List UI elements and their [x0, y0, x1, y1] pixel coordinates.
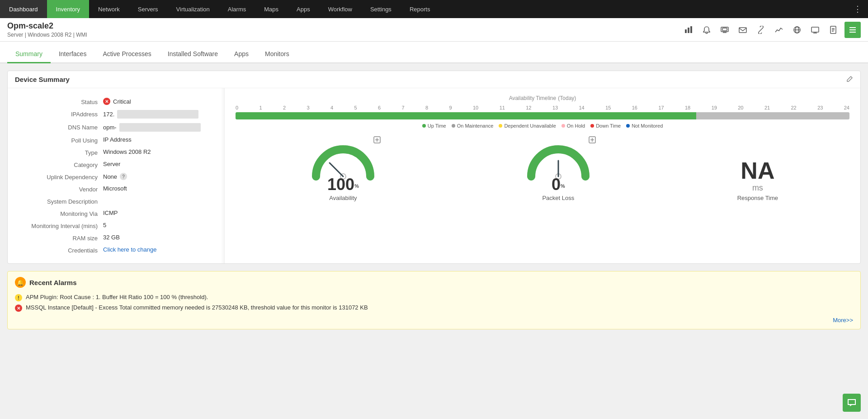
- tab-bar: Summary Interfaces Active Processes Inst…: [0, 42, 868, 63]
- uplink-row: Uplink Dependency None ?: [8, 171, 224, 183]
- alarms-header: 🔔 Recent Alarms: [15, 277, 853, 288]
- response-time-label: Response Time: [737, 195, 778, 201]
- summary-card-header: Device Summary: [8, 71, 860, 88]
- dns-field[interactable]: [119, 123, 201, 132]
- nav-item-alarms[interactable]: Alarms: [219, 0, 255, 18]
- ip-field[interactable]: [117, 110, 198, 119]
- ram-label: RAM size: [15, 234, 103, 242]
- nav-more-button[interactable]: ⋮: [847, 0, 868, 18]
- tab-monitors[interactable]: Monitors: [257, 46, 297, 63]
- remote-icon-btn[interactable]: [808, 23, 822, 37]
- interval-label: Monitoring Interval (mins): [15, 222, 103, 229]
- email-icon-btn[interactable]: [736, 23, 750, 37]
- nav-item-apps[interactable]: Apps: [288, 0, 319, 18]
- vm-icon-btn[interactable]: [718, 23, 731, 37]
- tab-interfaces[interactable]: Interfaces: [51, 46, 94, 63]
- vm-icon: [721, 26, 729, 34]
- ram-row: RAM size 32 GB: [8, 232, 224, 244]
- alarms-title: Recent Alarms: [29, 279, 77, 286]
- timeline-title: Availability Timeline (Today): [236, 94, 849, 101]
- ip-label: IPAddress: [15, 110, 103, 118]
- gauge-packet-loss-icon[interactable]: [588, 136, 596, 146]
- globe-icon-btn[interactable]: [790, 23, 804, 37]
- alarm-text-1: APM Plugin: Root Cause : 1. Buffer Hit R…: [26, 294, 208, 300]
- more-link[interactable]: More>>: [15, 317, 853, 324]
- nav-item-reports[interactable]: Reports: [401, 0, 439, 18]
- gauges-row: 100% Availability: [236, 136, 849, 201]
- monitoring-value: ICMP: [103, 210, 118, 216]
- availability-unit: %: [354, 183, 359, 189]
- link-icon: [757, 26, 765, 34]
- dns-row: DNS Name opm-: [8, 121, 224, 134]
- timeline-legend: Up Time On Maintenance Dependent Unavail…: [236, 123, 849, 129]
- bell-icon: [703, 26, 711, 34]
- status-label: Status: [15, 98, 103, 105]
- category-label: Category: [15, 161, 103, 168]
- link-icon-btn[interactable]: [754, 23, 768, 37]
- credentials-link[interactable]: Click here to change: [103, 246, 157, 253]
- tab-apps[interactable]: Apps: [226, 46, 257, 63]
- legend-notmonitored: Not Monitored: [626, 123, 663, 129]
- packet-loss-unit: %: [561, 183, 565, 189]
- edit-button[interactable]: [847, 76, 853, 83]
- response-time-value: NA: [741, 159, 774, 182]
- nav-item-inventory[interactable]: Inventory: [47, 0, 89, 18]
- report-icon: [829, 26, 837, 34]
- uplink-value: None ?: [103, 173, 127, 180]
- graph-icon: [775, 26, 783, 34]
- legend-dot-dependent: [499, 124, 502, 128]
- status-text: Critical: [113, 98, 131, 105]
- device-header: Opm-scale2 Server | Windows 2008 R2 | WM…: [0, 18, 868, 42]
- hamburger-icon: [849, 26, 857, 34]
- category-value: Server: [103, 161, 120, 167]
- gauge-availability-icon[interactable]: [373, 136, 381, 146]
- legend-onhold: On Hold: [561, 123, 585, 129]
- tab-installed-software[interactable]: Installed Software: [160, 46, 226, 63]
- vendor-row: Vendor Microsoft: [8, 183, 224, 195]
- nav-item-dashboard[interactable]: Dashboard: [0, 0, 47, 18]
- chart-icon-btn[interactable]: [682, 23, 695, 37]
- summary-card-title: Device Summary: [15, 76, 70, 83]
- nav-item-virtualization[interactable]: Virtualization: [167, 0, 219, 18]
- svg-rect-1: [688, 28, 689, 33]
- nav-item-settings[interactable]: Settings: [361, 0, 401, 18]
- type-label: Type: [15, 148, 103, 156]
- menu-icon-btn[interactable]: [844, 22, 861, 38]
- nav-item-network[interactable]: Network: [89, 0, 129, 18]
- packet-loss-gauge-svg: [522, 136, 594, 181]
- tab-summary[interactable]: Summary: [7, 46, 51, 63]
- legend-label-notmonitored: Not Monitored: [632, 123, 663, 129]
- help-icon[interactable]: ?: [120, 173, 127, 180]
- gauge-packet-loss: 0% Packet Loss: [522, 136, 594, 201]
- type-row: Type Windows 2008 R2: [8, 146, 224, 158]
- ip-prefix: 172.: [103, 111, 114, 118]
- timeline-bar: [236, 112, 849, 119]
- main-content: Device Summary Status ✕ Critical: [0, 63, 868, 344]
- stats-panel: Availability Timeline (Today) 0123456789…: [225, 88, 860, 263]
- email-icon: [739, 26, 747, 34]
- globe-icon: [793, 26, 801, 34]
- chart-icon: [684, 26, 693, 34]
- summary-card-body: Status ✕ Critical IPAddress 172.: [8, 88, 860, 263]
- device-info: Opm-scale2 Server | Windows 2008 R2 | WM…: [7, 21, 682, 38]
- critical-icon: ✕: [103, 98, 110, 105]
- tab-active-processes[interactable]: Active Processes: [94, 46, 159, 63]
- device-subtitle: Server | Windows 2008 R2 | WMI: [7, 32, 682, 38]
- nav-item-maps[interactable]: Maps: [255, 0, 288, 18]
- legend-dot-uptime: [422, 124, 426, 128]
- alert-icon-btn[interactable]: [700, 23, 713, 37]
- nav-item-servers[interactable]: Servers: [129, 0, 167, 18]
- nav-item-workflow[interactable]: Workflow: [319, 0, 361, 18]
- recent-alarms-card: 🔔 Recent Alarms ! APM Plugin: Root Cause…: [7, 271, 861, 329]
- status-row: Status ✕ Critical: [8, 95, 224, 108]
- poll-row: Poll Using IP Address: [8, 134, 224, 146]
- graph-icon-btn[interactable]: [772, 23, 786, 37]
- dns-prefix: opm-: [103, 124, 117, 131]
- legend-downtime: Down Time: [590, 123, 621, 129]
- sysdesc-label: System Description: [15, 197, 103, 205]
- svg-line-23: [330, 163, 343, 176]
- dns-label: DNS Name: [15, 123, 103, 131]
- type-value: Windows 2008 R2: [103, 148, 151, 155]
- report-icon-btn[interactable]: [826, 23, 840, 37]
- alarm-warn-icon-1: !: [15, 294, 22, 301]
